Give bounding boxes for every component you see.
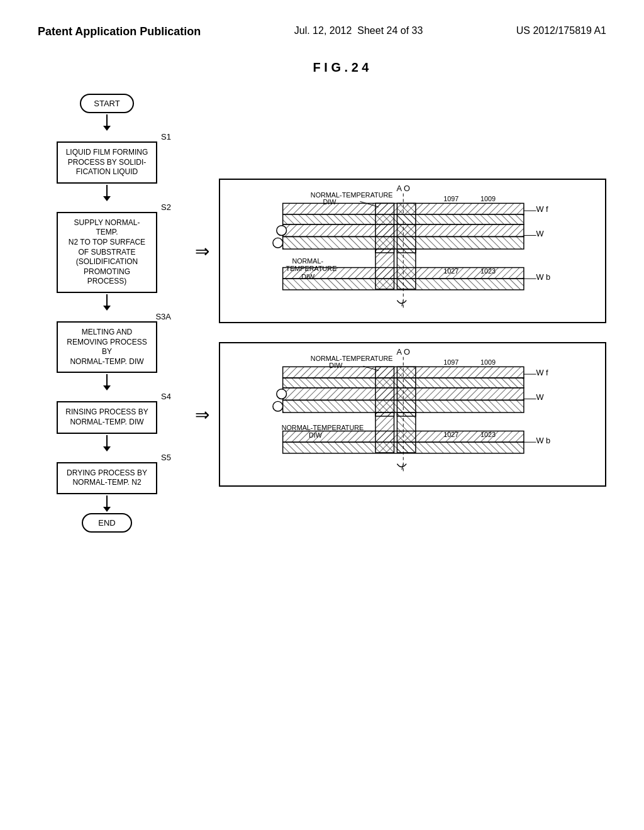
flow-step-1: LIQUID FILM FORMINGPROCESS BY SOLIDI-FIC… [57,141,157,184]
step-label-s5: S5 [161,453,171,462]
svg-text:NORMAL-TEMPERATURE: NORMAL-TEMPERATURE [282,424,364,431]
svg-rect-49 [283,400,524,412]
svg-text:1023: 1023 [480,431,496,438]
svg-text:DIW: DIW [309,431,323,439]
svg-point-65 [273,401,283,411]
publication-title: Patent Application Publication [38,25,201,38]
svg-text:DIW: DIW [323,198,337,206]
flow-step-3a: MELTING ANDREMOVING PROCESS BYNORMAL-TEM… [57,321,157,373]
svg-text:1027: 1027 [443,267,458,275]
svg-text:NORMAL-TEMPERATURE: NORMAL-TEMPERATURE [311,191,393,199]
svg-rect-48 [283,388,524,401]
step-label-s1: S1 [161,132,171,141]
svg-text:1097: 1097 [443,195,458,202]
svg-text:NORMAL-TEMPERATURE: NORMAL-TEMPERATURE [311,355,393,362]
svg-text:W: W [536,229,544,238]
flowchart: START S1 LIQUID FILM FORMINGPROCESS BY S… [38,87,176,533]
svg-text:1023: 1023 [480,267,496,275]
svg-text:1097: 1097 [443,358,458,366]
flow-arrow-5 [103,495,111,512]
svg-point-64 [277,389,287,399]
figure-title: F I G . 2 4 [75,60,606,75]
svg-text:TEMPERATURE: TEMPERATURE [286,265,337,272]
flow-end: END [82,513,132,533]
svg-text:A O: A O [397,184,410,193]
diagram-top: A O 1097 1009 W f [219,179,606,323]
page-header: Patent Application Publication Jul. 12, … [38,25,606,42]
publication-date: Jul. 12, 2012 Sheet 24 of 33 [294,25,423,36]
svg-text:NORMAL-: NORMAL- [292,257,323,265]
svg-text:W: W [536,392,544,402]
flow-arrow-1 [103,185,111,201]
flow-arrow-2 [103,294,111,311]
flow-step-4: RINSING PROCESS BYNORMAL-TEMP. DIW [57,401,157,433]
flow-start: START [80,94,133,113]
diagram-row-bottom: ⇒ A O [195,342,606,487]
svg-rect-53 [283,442,524,453]
step-label-s2: S2 [161,202,171,212]
svg-text:1009: 1009 [480,195,496,202]
step-label-s3a: S3A [155,312,171,321]
svg-text:1027: 1027 [443,431,458,438]
flow-step-2: SUPPLY NORMAL-TEMP.N2 TO TOP SURFACEOF S… [57,212,157,293]
arrow-right-top: ⇒ [195,241,209,262]
svg-rect-15 [283,224,524,237]
svg-text:W b: W b [536,272,551,282]
diagrams-column: ⇒ A O [195,87,606,533]
svg-text:W b: W b [536,436,551,445]
patent-number: US 2012/175819 A1 [516,25,606,36]
svg-text:1009: 1009 [480,358,496,366]
svg-rect-16 [283,236,524,249]
svg-rect-20 [283,279,524,290]
arrow-right-bottom: ⇒ [195,404,209,425]
svg-text:W f: W f [536,204,549,214]
diagram-row-top: ⇒ A O [195,179,606,323]
svg-text:DIW: DIW [301,273,315,280]
step-label-s4: S4 [161,392,171,401]
flow-step-5: DRYING PROCESS BYNORMAL-TEMP. N2 [57,462,157,494]
svg-text:W f: W f [536,368,549,377]
flow-arrow-4 [103,435,111,451]
flow-arrow-3 [103,374,111,390]
svg-point-33 [273,238,283,248]
svg-point-32 [277,226,287,236]
main-content: START S1 LIQUID FILM FORMINGPROCESS BY S… [38,87,606,533]
svg-text:DIW: DIW [329,362,343,369]
svg-text:A O: A O [397,347,410,357]
diagram-bottom: A O 1097 1009 W f [219,342,606,487]
flow-arrow-0 [103,114,111,131]
